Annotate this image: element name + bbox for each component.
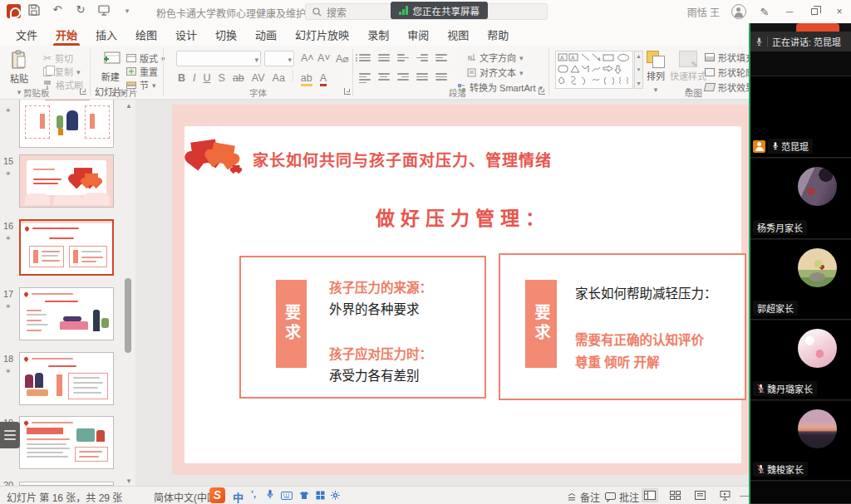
ime-symbols-icon[interactable]: ’, bbox=[251, 489, 256, 499]
thumbnail-menu-icon[interactable] bbox=[0, 422, 20, 448]
scroll-up-arrow[interactable]: ▲ bbox=[125, 102, 132, 110]
change-case-button[interactable]: Aa bbox=[273, 72, 285, 84]
right-requirement-box[interactable]: 要求 家长如何帮助减轻压力： 需要有正确的认知评价 尊重 倾听 开解 bbox=[499, 253, 746, 400]
ime-settings-icon[interactable] bbox=[331, 491, 340, 500]
ime-mic-icon[interactable] bbox=[266, 489, 274, 500]
layout-button[interactable]: 版式 bbox=[126, 51, 165, 65]
copy-button[interactable]: 复制 bbox=[43, 65, 81, 78]
numbering-button[interactable] bbox=[378, 52, 390, 63]
highlight-color-button[interactable]: ab bbox=[301, 72, 312, 86]
meeting-share-button[interactable] bbox=[796, 23, 839, 32]
columns-button[interactable] bbox=[435, 71, 447, 85]
shape-effects-button[interactable]: 形状效果 bbox=[705, 81, 755, 94]
restore-button[interactable] bbox=[808, 5, 821, 18]
tab-transitions[interactable]: 切换 bbox=[206, 23, 246, 46]
tab-review[interactable]: 审阅 bbox=[398, 23, 438, 46]
video-tile-partial[interactable] bbox=[750, 51, 851, 76]
video-tile-weidanlu[interactable]: 魏丹璐家长 bbox=[750, 321, 851, 400]
tab-slideshow[interactable]: 幻灯片放映 bbox=[286, 23, 358, 46]
tab-record[interactable]: 录制 bbox=[358, 23, 398, 46]
save-icon[interactable] bbox=[27, 4, 42, 16]
tab-home[interactable]: 开始 bbox=[47, 23, 86, 46]
video-tile-partial-bottom[interactable] bbox=[750, 482, 851, 504]
video-tile-yangxiuyue[interactable]: 杨秀月家长 bbox=[750, 159, 851, 239]
decrease-indent-button[interactable] bbox=[397, 52, 409, 63]
sogou-ime-logo[interactable]: S bbox=[209, 487, 225, 503]
tab-view[interactable]: 视图 bbox=[438, 23, 478, 46]
video-tile-weisuo[interactable]: 魏梭家长 bbox=[750, 401, 851, 481]
thumbnail-slide-14[interactable] bbox=[19, 100, 114, 148]
account-avatar[interactable] bbox=[731, 4, 746, 19]
line-spacing-button[interactable] bbox=[435, 52, 447, 63]
shrink-font-button[interactable]: A˅ bbox=[317, 52, 331, 64]
grow-font-button[interactable]: A˄ bbox=[301, 52, 314, 64]
font-size-dropdown[interactable] bbox=[264, 51, 294, 66]
slide-canvas[interactable]: 家长如何共同与孩子面对压力、管理情绪 做好压力管理： 要求 孩子压力的来源： 外… bbox=[172, 105, 754, 475]
tab-draw[interactable]: 绘图 bbox=[126, 23, 166, 46]
bold-button[interactable]: B bbox=[178, 72, 185, 84]
bullets-button[interactable] bbox=[359, 52, 371, 63]
notes-button[interactable]: 备注 bbox=[567, 490, 600, 504]
comments-button[interactable]: 批注 bbox=[605, 490, 639, 504]
italic-button[interactable]: I bbox=[193, 72, 195, 84]
text-shadow-button[interactable]: S bbox=[219, 72, 225, 84]
justify-button[interactable] bbox=[416, 71, 428, 85]
close-button[interactable]: × bbox=[833, 5, 846, 18]
paragraph-dialog-launcher[interactable] bbox=[539, 88, 545, 95]
increase-indent-button[interactable] bbox=[416, 52, 428, 63]
scroll-down-arrow[interactable]: ▼ bbox=[125, 477, 132, 485]
clipboard-dialog-launcher[interactable] bbox=[80, 88, 86, 95]
reset-button[interactable]: 重置 bbox=[126, 65, 158, 78]
character-spacing-button[interactable]: AV bbox=[252, 72, 265, 84]
thumbnail-slide-19[interactable] bbox=[19, 416, 114, 469]
shapes-gallery-scroll[interactable]: ▲▾▼ bbox=[634, 51, 643, 89]
customize-qat-icon[interactable] bbox=[120, 3, 135, 16]
shape-outline-button[interactable]: 形状轮廓 bbox=[705, 66, 755, 79]
slideshow-view-button[interactable] bbox=[716, 488, 733, 502]
clear-formatting-button[interactable]: A⌀ bbox=[336, 52, 349, 65]
normal-view-button[interactable] bbox=[642, 488, 658, 502]
convert-smartart-button[interactable]: 转换为 SmartArt bbox=[457, 81, 543, 94]
align-left-button[interactable] bbox=[359, 71, 371, 85]
powerpoint-app-icon[interactable] bbox=[7, 4, 21, 18]
align-right-button[interactable] bbox=[397, 71, 409, 85]
video-tile-fankunkun[interactable]: 范昆琨 bbox=[750, 76, 851, 158]
font-dialog-launcher[interactable] bbox=[344, 88, 351, 95]
font-color-button[interactable]: A bbox=[320, 72, 327, 86]
ime-keyboard-icon[interactable] bbox=[281, 492, 293, 500]
touch-mode-icon[interactable] bbox=[96, 4, 111, 16]
underline-button[interactable]: U bbox=[204, 72, 211, 84]
ime-toolbox-icon[interactable] bbox=[316, 491, 325, 500]
font-name-dropdown[interactable] bbox=[176, 51, 261, 66]
thumbnail-slide-18[interactable] bbox=[19, 352, 114, 405]
left-requirement-box[interactable]: 要求 孩子压力的来源： 外界的各种要求 孩子应对压力时： 承受力各有差别 bbox=[239, 256, 486, 399]
align-text-button[interactable]: 对齐文本 bbox=[467, 66, 524, 79]
tab-design[interactable]: 设计 bbox=[166, 23, 206, 46]
video-tile-guochao[interactable]: 郭超家长 bbox=[750, 240, 851, 320]
ime-skin-icon[interactable] bbox=[299, 491, 309, 500]
tab-help[interactable]: 帮助 bbox=[478, 23, 518, 46]
account-name[interactable]: 雨恬 王 bbox=[687, 5, 720, 19]
minimize-button[interactable]: ─ bbox=[783, 5, 796, 18]
thumbnail-slide-15[interactable] bbox=[19, 154, 114, 208]
thumbnail-slide-16-selected[interactable] bbox=[19, 219, 114, 276]
slide-sorter-view-button[interactable] bbox=[667, 488, 683, 502]
undo-icon[interactable] bbox=[50, 3, 65, 16]
shapes-gallery[interactable]: A A bbox=[555, 51, 633, 89]
tab-file[interactable]: 文件 bbox=[7, 23, 47, 46]
thumbnail-scrollbar[interactable] bbox=[125, 278, 131, 353]
arrange-button[interactable]: 排列 bbox=[647, 51, 665, 94]
text-direction-button[interactable]: 文字方向 bbox=[467, 51, 524, 64]
shape-fill-button[interactable]: 形状填充 bbox=[705, 51, 755, 64]
tab-animations[interactable]: 动画 bbox=[246, 23, 286, 46]
align-center-button[interactable] bbox=[378, 71, 390, 85]
reading-view-button[interactable] bbox=[691, 488, 708, 502]
thumbnail-slide-17[interactable] bbox=[19, 287, 114, 340]
ink-pen-icon[interactable] bbox=[758, 5, 771, 18]
language-indicator[interactable]: 简体中文(中国 bbox=[154, 490, 210, 504]
redo-icon[interactable] bbox=[73, 3, 88, 16]
ime-mode-indicator[interactable]: 中 bbox=[233, 489, 243, 504]
cut-button[interactable]: 剪切 bbox=[43, 51, 73, 65]
strikethrough-button[interactable]: ab bbox=[233, 72, 244, 84]
tab-insert[interactable]: 插入 bbox=[86, 23, 126, 46]
